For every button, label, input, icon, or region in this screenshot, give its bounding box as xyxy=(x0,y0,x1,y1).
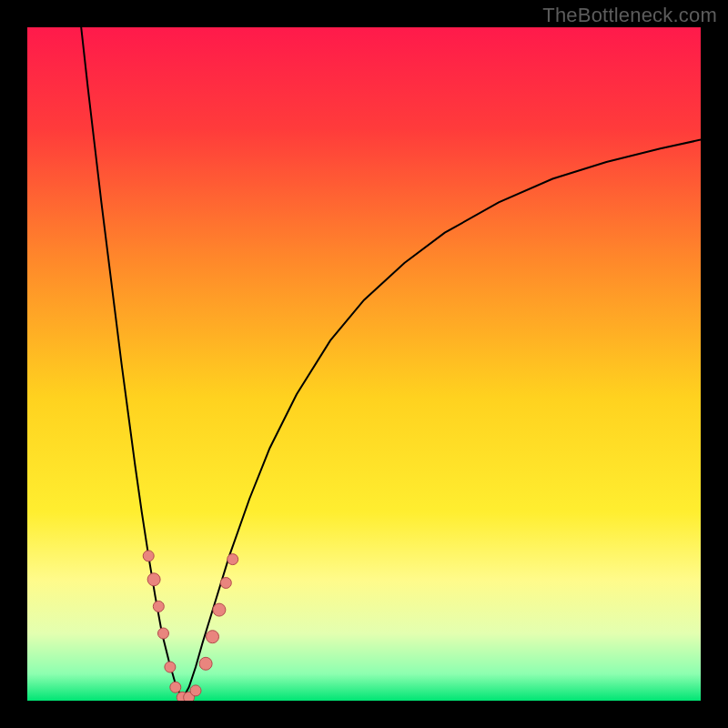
curve-right-branch xyxy=(182,140,701,700)
marker-dot xyxy=(199,657,212,670)
curve-layer xyxy=(27,27,701,701)
marker-dot xyxy=(213,603,226,616)
curve-left-branch xyxy=(81,27,182,700)
marker-dot xyxy=(228,554,238,565)
marker-dot xyxy=(147,573,160,586)
plot-area xyxy=(27,27,701,701)
chart-frame: TheBottleneck.com xyxy=(0,0,728,728)
marker-dot xyxy=(170,682,181,693)
marker-dot xyxy=(220,578,231,589)
marker-dot xyxy=(190,685,201,696)
marker-dot xyxy=(157,628,168,639)
marker-dot xyxy=(143,551,154,561)
marker-dot xyxy=(207,631,219,643)
marker-dot xyxy=(153,601,164,612)
marker-dot xyxy=(165,662,176,672)
watermark-label: TheBottleneck.com xyxy=(542,4,717,27)
